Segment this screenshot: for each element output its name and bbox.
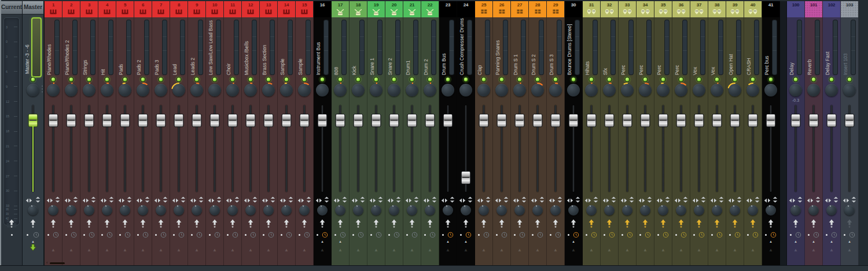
volume-fader[interactable] [787, 104, 804, 193]
send-dot[interactable] [334, 234, 336, 236]
stereo-sep-knob[interactable] [789, 204, 802, 217]
route-to-master-arrow[interactable] [829, 219, 835, 228]
fader-handle[interactable] [246, 114, 256, 127]
track-header[interactable]: 8 [170, 1, 187, 17]
send-knob-icon[interactable] [322, 232, 328, 238]
pan-knob[interactable] [619, 82, 635, 98]
stereo-sep-knob[interactable] [101, 204, 113, 217]
mixer-track-4[interactable]: 4Hit▲ [98, 1, 116, 266]
send-dot[interactable] [532, 234, 534, 236]
mixer-track-9[interactable]: 9Leads 2▲ [188, 1, 206, 266]
stereo-sep-knob[interactable] [711, 204, 723, 217]
stereo-sep-knob[interactable] [47, 204, 60, 217]
fader-handle[interactable] [712, 114, 722, 127]
send-knob-icon[interactable] [142, 232, 149, 238]
volume-fader[interactable] [672, 104, 690, 193]
pan-knob[interactable] [655, 82, 671, 98]
pan-knob[interactable] [135, 82, 151, 98]
track-header[interactable]: 30 [565, 1, 582, 17]
volume-fader[interactable] [62, 104, 80, 193]
stereo-sep-knob[interactable] [137, 204, 149, 217]
track-enable-led[interactable] [176, 77, 182, 82]
mixer-track-1[interactable]: 1Piano/Rhodes▲ [45, 1, 62, 266]
track-header[interactable]: 27 [511, 1, 528, 17]
track-header[interactable]: 28 [529, 1, 546, 17]
pan-knob[interactable] [350, 82, 366, 98]
volume-fader[interactable] [475, 104, 492, 193]
track-enable-led[interactable] [517, 77, 523, 82]
send-knob-icon[interactable] [752, 232, 759, 238]
mixer-track-17[interactable]: 17808▴▲ [332, 1, 350, 266]
fader-handle[interactable] [425, 114, 435, 127]
track-header[interactable]: 37 [690, 1, 708, 17]
mixer-track-38[interactable]: 38Vox▲ [708, 1, 726, 266]
fader-handle[interactable] [748, 114, 758, 127]
route-to-master-arrow[interactable] [499, 219, 505, 228]
send-knob-icon[interactable] [573, 232, 579, 238]
route-to-master-arrow[interactable] [319, 219, 326, 228]
volume-fader[interactable] [690, 104, 708, 193]
track-enable-led[interactable] [679, 77, 684, 82]
track-header[interactable]: 24 [457, 1, 475, 17]
track-enable-led[interactable] [481, 77, 487, 82]
send-knob-icon[interactable] [591, 232, 597, 238]
route-to-master-arrow[interactable] [68, 219, 75, 228]
mixer-track-25[interactable]: 25Clap▲ [475, 1, 493, 266]
pan-knob[interactable] [458, 82, 474, 98]
scrollbar-thumb[interactable] [50, 262, 65, 264]
fader-handle[interactable] [845, 114, 855, 127]
track-enable-led[interactable] [733, 77, 738, 82]
volume-fader[interactable] [314, 104, 331, 193]
send-dot[interactable] [173, 234, 175, 236]
mixer-track-39[interactable]: 39Open Hat▲ [726, 1, 744, 266]
track-header[interactable]: 19 [367, 1, 385, 17]
stereo-sep-knob[interactable] [621, 204, 634, 217]
route-to-master-arrow[interactable] [811, 219, 817, 228]
mixer-track-29[interactable]: 29Drum S 3▲ [547, 1, 565, 266]
send-dot[interactable] [808, 234, 810, 236]
route-to-master-arrow[interactable] [642, 219, 649, 228]
volume-fader[interactable] [547, 104, 564, 193]
route-to-master-arrow[interactable] [445, 219, 451, 228]
fader-handle[interactable] [551, 114, 561, 127]
stereo-sep-knob[interactable] [27, 204, 39, 217]
mixer-track-40[interactable]: 40CRASH▲ [744, 1, 762, 266]
send-dot[interactable] [790, 234, 792, 236]
route-to-master-arrow[interactable] [212, 219, 218, 228]
route-to-master-arrow[interactable] [463, 219, 469, 228]
track-header[interactable]: 9 [188, 1, 205, 17]
mixer-track-22[interactable]: 22Drum 2▲ [421, 1, 439, 266]
pan-knob[interactable] [823, 82, 840, 98]
send-dot[interactable] [604, 234, 605, 236]
track-header[interactable]: 38 [708, 1, 726, 17]
pan-knob[interactable] [225, 82, 241, 98]
track-header[interactable]: 1 [45, 1, 62, 17]
fader-handle[interactable] [84, 114, 94, 127]
track-header[interactable]: 34 [637, 1, 654, 17]
stereo-sep-knob[interactable] [657, 204, 670, 217]
send-dot[interactable] [657, 234, 659, 236]
volume-fader[interactable] [619, 104, 636, 193]
mixer-track-102[interactable]: 102Delay Fast▴▲ [823, 1, 841, 266]
stereo-sep-knob[interactable] [208, 204, 221, 217]
track-header[interactable]: 33 [619, 1, 636, 17]
mixer-track-14[interactable]: 14Sample▲ [278, 1, 296, 266]
volume-fader[interactable] [805, 104, 822, 193]
mixer-track-100[interactable]: 100Delay-0.3▴▲ [787, 1, 805, 266]
stereo-sep-knob[interactable] [65, 204, 78, 217]
stereo-sep-knob[interactable] [746, 204, 759, 217]
pan-knob[interactable] [242, 82, 259, 98]
track-enable-led[interactable] [847, 77, 852, 82]
send-dot[interactable] [693, 234, 695, 236]
stereo-sep-knob[interactable] [442, 204, 454, 217]
track-header[interactable]: 15 [296, 1, 313, 17]
pan-knob[interactable] [841, 82, 858, 98]
stereo-sep-knob[interactable] [764, 204, 777, 217]
volume-fader[interactable] [152, 104, 170, 193]
send-dot[interactable] [406, 234, 408, 236]
fader-handle[interactable] [49, 114, 58, 127]
route-to-master-arrow[interactable] [301, 219, 308, 228]
send-dot[interactable] [568, 234, 569, 236]
fader-handle[interactable] [533, 114, 543, 127]
stereo-sep-knob[interactable] [316, 204, 329, 217]
